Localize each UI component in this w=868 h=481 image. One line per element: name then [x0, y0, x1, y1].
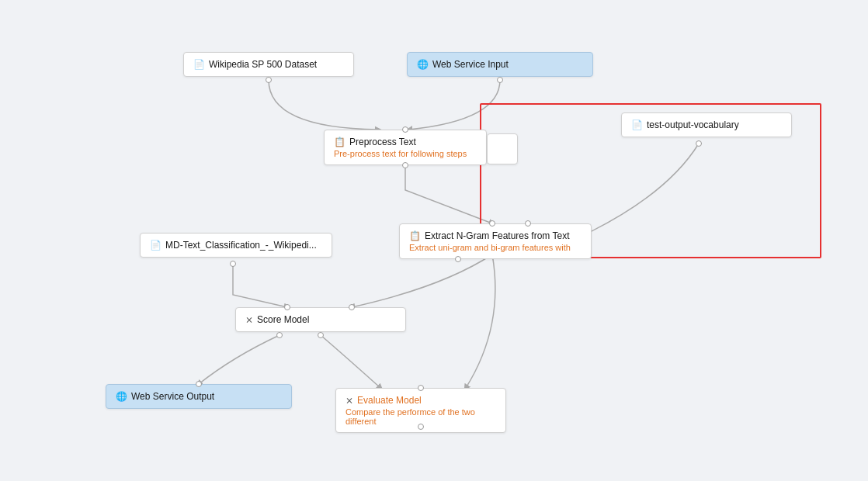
- dot-md-bottom: [230, 261, 236, 267]
- node-md-text-classification[interactable]: 📄 MD-Text_Classification_-_Wikipedi...: [140, 233, 332, 258]
- node-webservice-output-label: Web Service Output: [131, 391, 214, 402]
- node-preprocess-text[interactable]: 📋 Preprocess Text Pre-process text for f…: [324, 130, 487, 165]
- dot-webinput-bottom: [497, 77, 503, 83]
- node-ngram-label: Extract N-Gram Features from Text: [425, 230, 570, 241]
- evaluate-icon: ⨯: [345, 395, 353, 406]
- node-evaluate-label: Evaluate Model: [357, 395, 422, 406]
- node-wikipedia[interactable]: 📄 Wikipedia SP 500 Dataset: [183, 52, 354, 77]
- pipeline-canvas: 📄 Wikipedia SP 500 Dataset 🌐 Web Service…: [0, 0, 868, 481]
- dot-ngram-top2: [525, 220, 531, 227]
- dot-evaluate-top: [418, 385, 424, 391]
- dot-wikipedia-bottom: [266, 77, 272, 83]
- ngram-icon: 📋: [409, 230, 421, 241]
- dot-preprocess-bottom: [402, 162, 408, 168]
- node-connector-small[interactable]: [487, 133, 518, 164]
- dot-ngram-bottom: [455, 256, 461, 262]
- node-preprocess-label: Preprocess Text: [349, 137, 416, 147]
- md-text-icon: 📄: [150, 240, 161, 251]
- node-test-output-vocabulary[interactable]: 📄 test-output-vocabulary: [621, 112, 792, 137]
- node-web-service-output[interactable]: 🌐 Web Service Output: [106, 384, 292, 409]
- node-extract-ngram[interactable]: 📋 Extract N-Gram Features from Text Extr…: [399, 223, 592, 259]
- globe-icon-input: 🌐: [417, 59, 429, 70]
- score-icon: ⨯: [245, 314, 253, 325]
- vocab-icon: 📄: [631, 119, 643, 130]
- node-wikipedia-label: Wikipedia SP 500 Dataset: [209, 59, 317, 70]
- dot-score-top1: [284, 304, 290, 310]
- dot-score-bottom2: [318, 332, 324, 338]
- node-ngram-subtitle: Extract uni-gram and bi-gram features wi…: [409, 243, 582, 252]
- dataset-icon: 📄: [193, 59, 205, 70]
- dot-evaluate-bottom: [418, 424, 424, 430]
- preprocess-icon: 📋: [334, 137, 345, 147]
- dot-ngram-top1: [489, 220, 495, 227]
- dot-vocab-bottom: [696, 140, 702, 147]
- node-preprocess-subtitle: Pre-process text for following steps: [334, 149, 477, 158]
- dot-preprocess-top: [402, 126, 408, 133]
- node-vocab-label: test-output-vocabulary: [647, 119, 739, 130]
- globe-icon-output: 🌐: [116, 391, 127, 402]
- node-web-service-input[interactable]: 🌐 Web Service Input: [407, 52, 593, 77]
- dot-weboutput-top: [196, 381, 202, 387]
- node-webservice-input-label: Web Service Input: [432, 59, 509, 70]
- node-score-label: Score Model: [257, 314, 309, 325]
- node-score-model[interactable]: ⨯ Score Model: [235, 307, 406, 332]
- dot-score-bottom1: [276, 332, 283, 338]
- node-md-text-label: MD-Text_Classification_-_Wikipedi...: [165, 240, 317, 251]
- dot-score-top2: [349, 304, 355, 310]
